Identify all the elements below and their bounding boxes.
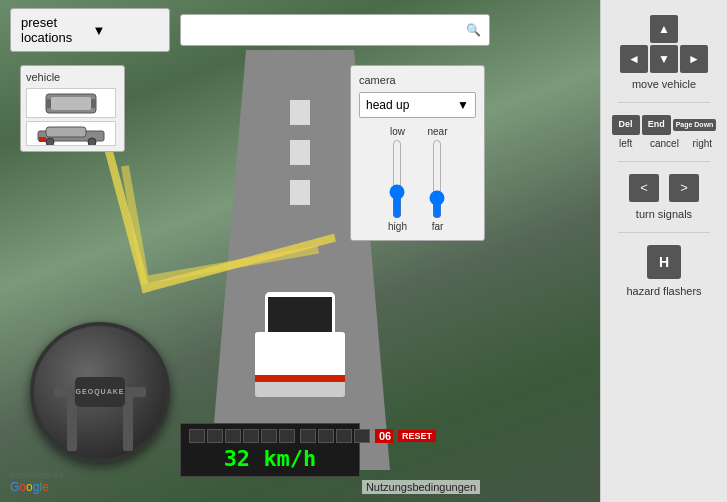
vehicle-side-icon (36, 123, 106, 145)
car-3d (250, 282, 350, 402)
hazard-section: H hazard flashers (626, 245, 701, 297)
camera-panel-title: camera (359, 74, 476, 86)
camera-mode-dropdown[interactable]: head up ▼ (359, 92, 476, 118)
gear-box-2 (207, 429, 223, 443)
google-wordmark: Google (10, 480, 49, 494)
svg-rect-1 (51, 97, 91, 110)
wheel-outer: GEOQUAKE (30, 322, 170, 462)
wheel-brand-text: GEOQUAKE (76, 388, 125, 396)
road-line (290, 100, 310, 125)
gear-box-5 (261, 429, 277, 443)
camera-depth-slider[interactable] (427, 139, 447, 219)
hazard-button[interactable]: H (647, 245, 681, 279)
reset-button[interactable]: RESET (398, 430, 436, 442)
arrow-top-row: ▲ (650, 15, 678, 43)
preset-dropdown-label: preset locations (21, 15, 88, 45)
rpm-box-2 (318, 429, 334, 443)
right-control-panel: ▲ ◄ ▼ ► move vehicle Del End Page Down l… (600, 0, 727, 502)
search-input[interactable] (189, 23, 458, 38)
arrow-middle-row: ◄ ▼ ► (620, 45, 708, 73)
wheel-hub: GEOQUAKE (75, 377, 125, 407)
google-o2: o (26, 480, 33, 494)
car-body (250, 282, 350, 402)
slider-high-label: high (388, 221, 407, 232)
road-line (290, 180, 310, 205)
gear-box-3 (225, 429, 241, 443)
divider-3 (618, 232, 711, 233)
svg-point-6 (46, 138, 54, 145)
divider-1 (618, 102, 711, 103)
camera-panel: camera head up ▼ low high near far (350, 65, 485, 241)
divider-2 (618, 161, 711, 162)
cancel-label: cancel (650, 138, 678, 149)
preset-locations-dropdown[interactable]: preset locations ▼ (10, 8, 170, 52)
move-right-button[interactable]: ► (680, 45, 708, 73)
vehicle-top-view (26, 88, 116, 118)
dropdown-arrow-icon: ▼ (93, 23, 160, 38)
rpm-boxes (300, 429, 370, 443)
search-icon: 🔍 (466, 23, 481, 37)
gear-box-1 (189, 429, 205, 443)
svg-rect-3 (91, 99, 96, 108)
gear-box-4 (243, 429, 259, 443)
google-logo: POWERED BY Google (10, 471, 64, 494)
slider-low-label: low (390, 126, 405, 137)
vertical-slider-group: low high (387, 126, 407, 232)
speed-panel: 06 RESET 32 km/h (180, 423, 360, 477)
google-e: e (42, 480, 49, 494)
end-button[interactable]: End (642, 115, 671, 135)
left-label: left (612, 138, 640, 149)
depth-slider-group: near far (427, 126, 447, 232)
turn-signals-row: < > (629, 174, 699, 202)
svg-point-7 (88, 138, 96, 145)
turn-signals-label: turn signals (636, 208, 692, 220)
move-down-button[interactable]: ▼ (650, 45, 678, 73)
svg-rect-5 (46, 127, 86, 137)
kbd-labels-row: left cancel right (612, 138, 717, 149)
top-toolbar: preset locations ▼ 🔍 (10, 8, 490, 52)
camera-sliders: low high near far (359, 126, 476, 232)
vehicle-side-view (26, 121, 116, 146)
right-label: right (688, 138, 716, 149)
hazard-flashers-label: hazard flashers (626, 285, 701, 297)
vehicle-panel-title: vehicle (26, 71, 119, 83)
street-view: preset locations ▼ 🔍 vehicle (0, 0, 600, 502)
rpm-box-3 (336, 429, 352, 443)
turn-left-button[interactable]: < (629, 174, 659, 202)
move-vehicle-control: ▲ ◄ ▼ ► move vehicle (620, 15, 708, 90)
camera-mode-label: head up (366, 98, 409, 112)
car-bumper (255, 382, 345, 397)
rpm-box-4 (354, 429, 370, 443)
gear-boxes (189, 429, 295, 443)
pgdn-button[interactable]: Page Down (673, 119, 717, 131)
speed-value: 32 (224, 446, 251, 471)
vehicle-top-icon (41, 91, 101, 116)
del-button[interactable]: Del (612, 115, 640, 135)
move-vehicle-label: move vehicle (632, 78, 696, 90)
steering-wheel: GEOQUAKE (30, 322, 170, 462)
speed-display: 32 km/h (189, 446, 351, 471)
slider-far-label: far (432, 221, 444, 232)
powered-by-text: POWERED BY (10, 471, 64, 480)
camera-vertical-slider[interactable] (387, 139, 407, 219)
road-lines (290, 100, 310, 300)
turn-signals-section: < > turn signals (629, 174, 699, 220)
nutzungsbedingungen-link[interactable]: Nutzungsbedingungen (362, 480, 480, 494)
gear-number: 06 (375, 429, 393, 443)
svg-rect-2 (46, 99, 51, 108)
slider-near-label: near (427, 126, 447, 137)
car-windshield (268, 297, 332, 335)
vehicle-panel: vehicle (20, 65, 125, 152)
svg-rect-8 (39, 137, 46, 142)
kbd-row: Del End Page Down (612, 115, 717, 135)
speed-unit: km/h (263, 446, 316, 471)
move-up-button[interactable]: ▲ (650, 15, 678, 43)
main-container: preset locations ▼ 🔍 vehicle (0, 0, 727, 502)
speed-top-row: 06 RESET (189, 429, 351, 443)
gear-box-6 (279, 429, 295, 443)
google-g: G (10, 480, 19, 494)
keyboard-shortcuts: Del End Page Down left cancel right (612, 115, 717, 149)
move-left-button[interactable]: ◄ (620, 45, 648, 73)
camera-dropdown-arrow-icon: ▼ (457, 98, 469, 112)
turn-right-button[interactable]: > (669, 174, 699, 202)
